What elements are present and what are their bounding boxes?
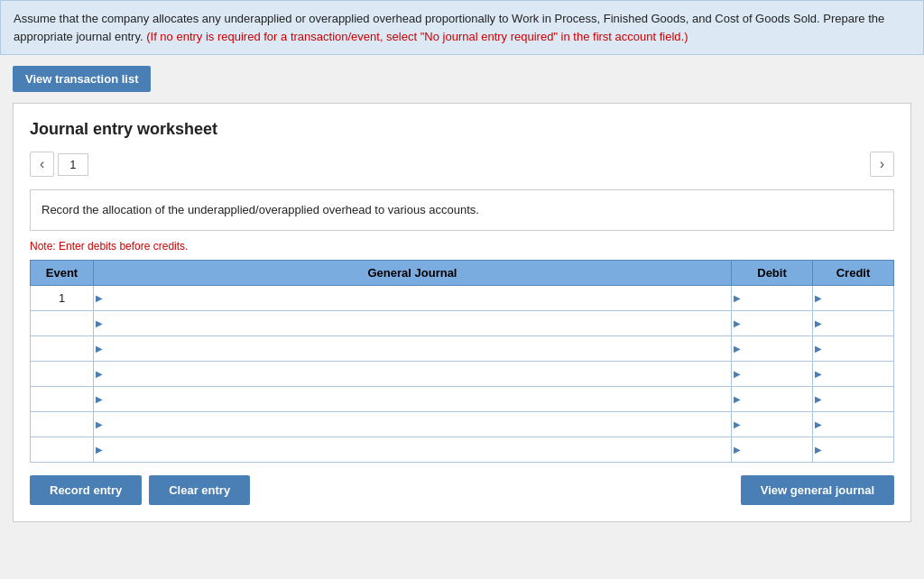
arrow-indicator-1: ▶ — [94, 318, 103, 328]
note-text: Note: Enter debits before credits. — [30, 240, 894, 253]
debit-arrow-5: ▶ — [732, 419, 741, 429]
table-row: ▶▶▶ — [31, 437, 894, 462]
debit-arrow-4: ▶ — [732, 394, 741, 404]
debit-cell-0[interactable]: ▶ — [732, 285, 813, 310]
debit-input-2[interactable] — [732, 336, 812, 361]
credit-arrow-4: ▶ — [813, 394, 822, 404]
debit-cell-3[interactable]: ▶ — [732, 361, 813, 386]
worksheet-title: Journal entry worksheet — [30, 120, 894, 139]
view-general-journal-button[interactable]: View general journal — [741, 475, 894, 505]
general-journal-input-1[interactable] — [94, 311, 731, 335]
table-header-row: Event General Journal Debit Credit — [31, 260, 894, 285]
table-row: ▶▶▶ — [31, 411, 894, 437]
current-page-number: 1 — [58, 153, 88, 176]
general-journal-input-0[interactable] — [94, 286, 731, 310]
arrow-indicator-2: ▶ — [94, 344, 103, 354]
debit-cell-2[interactable]: ▶ — [732, 335, 813, 361]
record-entry-button[interactable]: Record entry — [30, 475, 142, 505]
debit-arrow-3: ▶ — [732, 369, 741, 379]
description-text: Record the allocation of the underapplie… — [42, 203, 479, 216]
debit-arrow-6: ▶ — [732, 445, 741, 455]
arrow-indicator-6: ▶ — [94, 445, 103, 455]
col-header-event: Event — [31, 260, 94, 285]
general-journal-input-4[interactable] — [94, 387, 731, 411]
general-journal-cell-6[interactable]: ▶ — [94, 437, 732, 462]
debit-arrow-0: ▶ — [732, 293, 741, 303]
credit-cell-1[interactable]: ▶ — [813, 310, 894, 335]
credit-input-4[interactable] — [813, 387, 893, 411]
journal-table: Event General Journal Debit Credit 1▶▶▶▶… — [30, 260, 894, 463]
arrow-indicator-0: ▶ — [94, 293, 103, 303]
col-header-credit: Credit — [813, 260, 894, 285]
col-header-debit: Debit — [732, 260, 813, 285]
event-cell-4 — [31, 386, 94, 411]
debit-cell-4[interactable]: ▶ — [732, 386, 813, 411]
table-row: ▶▶▶ — [31, 386, 894, 411]
credit-arrow-0: ▶ — [813, 293, 822, 303]
credit-input-0[interactable] — [813, 286, 893, 310]
general-journal-cell-1[interactable]: ▶ — [94, 310, 732, 335]
worksheet-container: Journal entry worksheet ‹ 1 › Record the… — [13, 103, 911, 522]
general-journal-input-6[interactable] — [94, 437, 731, 462]
col-header-general-journal: General Journal — [94, 260, 732, 285]
general-journal-cell-0[interactable]: ▶ — [94, 285, 732, 310]
credit-input-2[interactable] — [813, 336, 893, 361]
info-banner: Assume that the company allocates any un… — [0, 0, 924, 55]
credit-arrow-1: ▶ — [813, 318, 822, 328]
credit-arrow-6: ▶ — [813, 445, 822, 455]
debit-cell-5[interactable]: ▶ — [732, 411, 813, 437]
arrow-indicator-4: ▶ — [94, 394, 103, 404]
credit-arrow-2: ▶ — [813, 344, 822, 354]
event-cell-2 — [31, 335, 94, 361]
arrow-indicator-3: ▶ — [94, 369, 103, 379]
table-row: ▶▶▶ — [31, 335, 894, 361]
debit-input-5[interactable] — [732, 412, 812, 437]
banner-red-content: (If no entry is required for a transacti… — [146, 30, 688, 43]
nav-row: ‹ 1 › — [30, 152, 894, 177]
credit-input-3[interactable] — [813, 362, 893, 386]
debit-input-1[interactable] — [732, 311, 812, 335]
credit-cell-0[interactable]: ▶ — [813, 285, 894, 310]
table-row: ▶▶▶ — [31, 310, 894, 335]
credit-arrow-3: ▶ — [813, 369, 822, 379]
event-cell-3 — [31, 361, 94, 386]
credit-input-5[interactable] — [813, 412, 893, 437]
credit-input-6[interactable] — [813, 437, 893, 462]
credit-input-1[interactable] — [813, 311, 893, 335]
view-transaction-button[interactable]: View transaction list — [13, 66, 151, 92]
debit-arrow-1: ▶ — [732, 318, 741, 328]
table-row: ▶▶▶ — [31, 361, 894, 386]
general-journal-cell-5[interactable]: ▶ — [94, 411, 732, 437]
general-journal-cell-3[interactable]: ▶ — [94, 361, 732, 386]
event-cell-0: 1 — [31, 285, 94, 310]
debit-input-4[interactable] — [732, 387, 812, 411]
credit-cell-2[interactable]: ▶ — [813, 335, 894, 361]
general-journal-cell-4[interactable]: ▶ — [94, 386, 732, 411]
prev-page-button[interactable]: ‹ — [30, 152, 54, 177]
credit-cell-3[interactable]: ▶ — [813, 361, 894, 386]
debit-input-0[interactable] — [732, 286, 812, 310]
description-box: Record the allocation of the underapplie… — [30, 189, 894, 231]
credit-cell-6[interactable]: ▶ — [813, 437, 894, 462]
debit-input-3[interactable] — [732, 362, 812, 386]
event-cell-5 — [31, 411, 94, 437]
credit-cell-4[interactable]: ▶ — [813, 386, 894, 411]
general-journal-input-5[interactable] — [94, 412, 731, 437]
debit-cell-1[interactable]: ▶ — [732, 310, 813, 335]
general-journal-input-2[interactable] — [94, 336, 731, 361]
debit-cell-6[interactable]: ▶ — [732, 437, 813, 462]
table-row: 1▶▶▶ — [31, 285, 894, 310]
debit-arrow-2: ▶ — [732, 344, 741, 354]
credit-arrow-5: ▶ — [813, 419, 822, 429]
event-cell-1 — [31, 310, 94, 335]
arrow-indicator-5: ▶ — [94, 419, 103, 429]
general-journal-input-3[interactable] — [94, 362, 731, 386]
debit-input-6[interactable] — [732, 437, 812, 462]
button-row: Record entry Clear entry View general jo… — [30, 475, 894, 505]
next-page-button[interactable]: › — [870, 152, 894, 177]
clear-entry-button[interactable]: Clear entry — [149, 475, 250, 505]
general-journal-cell-2[interactable]: ▶ — [94, 335, 732, 361]
event-cell-6 — [31, 437, 94, 462]
credit-cell-5[interactable]: ▶ — [813, 411, 894, 437]
